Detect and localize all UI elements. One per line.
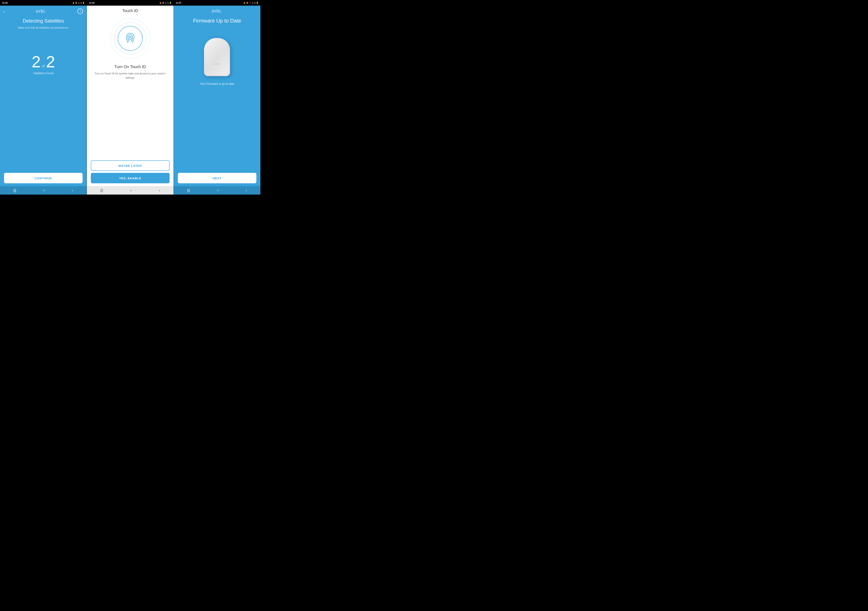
status-time-1: 11:43 [2,2,8,4]
router-image: orbi [199,32,235,76]
inner-circle [118,26,143,51]
nav-home-button-2[interactable]: ○ [127,187,135,194]
nav-back-button[interactable]: ‹ [70,187,76,194]
orbi-logo-3: orbi. [212,8,222,14]
nav-home-button-3[interactable]: ○ [214,187,222,194]
next-button[interactable]: NEXT [178,173,256,183]
screen3-content: Firmware Up to Date orbi Your Firmware i… [174,16,260,170]
battery-icon-3: 🔋 [256,2,258,4]
lock-icon-2: 🔒 [159,2,161,4]
status-icons-2: 🔒 🔇 ▲ ||| 🔋 [159,2,172,4]
mute-icon-3: 🔇 [246,2,248,4]
bottom-action-3: NEXT [174,170,260,186]
continue-button[interactable]: CONTINUE [4,173,82,183]
nav-recent-button-2[interactable]: ||| [98,187,105,194]
screen-firmware: 11:47 🔒 🔇 📍 ▲ ||| 🔋 orbi. Firmware Up to… [174,0,260,195]
touch-id-graphic [110,18,150,59]
nav-back-button-2[interactable]: ‹ [157,187,163,194]
nav-bar-3: ||| ○ ‹ [174,186,260,195]
touch-id-title: Turn On Touch ID [115,65,146,69]
svg-point-0 [130,37,130,38]
satellites-found-label: Satellites Found [33,71,53,75]
satellites-count: 2 of 2 [32,54,55,70]
signal-icon-2: ||| [167,2,169,4]
nav-back-button-3[interactable]: ‹ [243,187,250,194]
touch-id-header: Touch ID [90,8,170,13]
status-time-2: 11:44 [89,2,95,4]
location-icon: 📍 [249,2,251,4]
satellites-current: 2 [32,54,41,70]
nav-home-button[interactable]: ○ [40,187,48,194]
router-body: orbi [204,38,230,76]
firmware-title: Firmware Up to Date [193,18,241,24]
signal-icon: ||| [81,2,82,4]
app-header-3: orbi. [174,6,260,16]
router-brand-label: orbi [214,63,220,65]
firmware-status-text: Your Firmware is up to date [200,82,234,85]
app-header-2: Touch ID [87,6,174,14]
bottom-action-2: MAYBE LATER YES, ENABLE [87,158,174,186]
yes-enable-button[interactable]: YES, ENABLE [91,173,169,183]
battery-icon: 🔋 [82,2,85,4]
screen2-content: Turn On Touch ID Turn on Touch ID for qu… [87,14,174,158]
orbi-logo-1: orbi. [36,9,46,14]
help-button[interactable]: ? [78,8,83,14]
nav-bar-2: ||| ○ ‹ [87,186,174,195]
wifi-icon-3: ▲ [252,2,254,4]
screen-touch-id: 11:44 🔒 🔇 ▲ ||| 🔋 Touch ID [87,0,174,195]
status-bar-3: 11:47 🔒 🔇 📍 ▲ ||| 🔋 [174,0,260,6]
lock-icon: 🔒 [72,2,74,4]
screen-detecting-satellites: 11:43 🔒 🔇 ▲ ||| 🔋 ‹ orbi. ? Detecting Sa… [0,0,87,195]
mute-icon-2: 🔇 [162,2,164,4]
touch-id-description: Turn on Touch ID for quicker login and a… [93,71,167,80]
page-title-1: Detecting Satellites [23,18,64,24]
status-bar-2: 11:44 🔒 🔇 ▲ ||| 🔋 [87,0,174,6]
nav-recent-button[interactable]: ||| [11,187,19,194]
status-icons-3: 🔒 🔇 📍 ▲ ||| 🔋 [243,2,258,4]
signal-icon-3: ||| [254,2,256,4]
wifi-icon: ▲ [78,2,80,4]
page-subtitle-1: Make sure that all satellites are powere… [18,26,69,30]
battery-icon-2: 🔋 [169,2,172,4]
status-bar-1: 11:43 🔒 🔇 ▲ ||| 🔋 [0,0,87,6]
satellites-total: 2 [46,54,55,70]
bottom-action-1: CONTINUE [0,170,87,186]
fingerprint-icon [125,33,135,44]
screen1-content: Detecting Satellites Make sure that all … [0,16,87,170]
back-button[interactable]: ‹ [4,9,5,14]
lock-icon-3: 🔒 [243,2,245,4]
app-header-1: ‹ orbi. ? [0,6,87,16]
nav-recent-button-3[interactable]: ||| [184,187,192,194]
count-of-label: of [42,64,45,68]
wifi-icon-2: ▲ [165,2,167,4]
mute-icon: 🔇 [75,2,78,4]
nav-bar-1: ||| ○ ‹ [0,186,87,195]
maybe-later-button[interactable]: MAYBE LATER [91,160,169,171]
status-icons-1: 🔒 🔇 ▲ ||| 🔋 [72,2,85,4]
status-time-3: 11:47 [176,2,181,4]
